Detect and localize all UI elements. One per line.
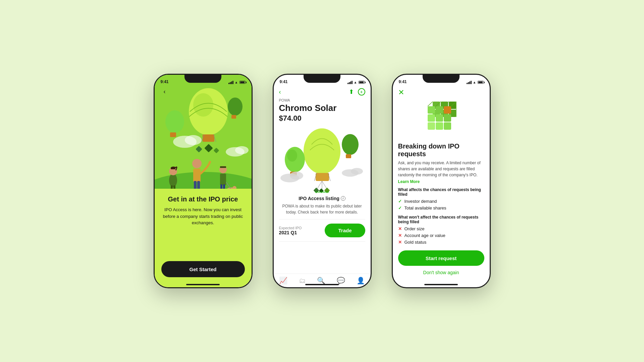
svg-line-50 (317, 181, 322, 190)
get-started-button[interactable]: Get Started (161, 261, 245, 277)
svg-point-3 (193, 93, 213, 117)
battery-icon-1 (239, 81, 246, 84)
battery-icon-3 (478, 81, 484, 84)
ipo-balloon-svg (278, 126, 366, 193)
breakdown-description: Ask, and you may receive. A limited numb… (398, 160, 484, 178)
learn-more-link[interactable]: Learn More (398, 179, 484, 184)
breakdown-title: Breaking down IPO requests (398, 142, 484, 158)
cube-illustration (398, 99, 484, 139)
svg-rect-69 (428, 122, 435, 130)
wifi-icon-3: ▲ (473, 80, 476, 84)
battery-icon-2 (359, 81, 365, 84)
x-icon-3: ✕ (398, 240, 402, 245)
ipo-illustration (274, 126, 371, 193)
wifi-icon-1: ▲ (235, 80, 238, 84)
svg-rect-68 (444, 114, 451, 122)
status-icons-1: ▲ (228, 80, 246, 84)
svg-line-72 (428, 102, 433, 106)
wont-affect-title: What won't affect the chances of request… (398, 215, 484, 224)
wont-affect-label-3: Gold status (405, 240, 427, 245)
ipo-description: POWA is about to make its public debut l… (274, 202, 371, 219)
notch-1 (184, 75, 221, 83)
back-button-1[interactable]: ‹ (160, 87, 169, 96)
svg-rect-22 (193, 169, 201, 182)
time-1: 9:41 (161, 79, 169, 84)
check-icon-2: ✓ (398, 205, 402, 210)
stock-price: $74.00 (274, 114, 371, 126)
ipo-listing-label: IPO Access listing i (274, 193, 371, 202)
share-icon[interactable]: ⬆ (349, 88, 354, 96)
svg-point-12 (185, 135, 202, 145)
phone1-title: Get in at the IPO price (161, 195, 245, 203)
wont-affect-label-1: Order size (405, 226, 425, 231)
home-indicator-3 (424, 284, 458, 285)
svg-point-49 (351, 168, 363, 175)
wont-affect-section: What won't affect the chances of request… (398, 215, 484, 246)
status-icons-3: ▲ (467, 80, 484, 84)
check-icon-1: ✓ (398, 199, 402, 204)
svg-point-7 (165, 110, 184, 133)
header-action-icons: ⬆ + (349, 88, 365, 96)
svg-rect-66 (428, 114, 435, 122)
svg-point-44 (342, 134, 359, 155)
x-icon-1: ✕ (398, 226, 402, 231)
wont-affect-item-1: ✕ Order size (398, 226, 484, 231)
svg-rect-25 (197, 181, 200, 189)
phone-2: 9:41 ▲ ‹ ⬆ + PO (273, 74, 372, 288)
divider-2 (279, 241, 365, 242)
signal-icon-2 (347, 81, 353, 84)
home-indicator-2 (305, 284, 339, 285)
phones-container: 9:41 ▲ ‹ (154, 74, 491, 288)
trade-button[interactable]: Trade (325, 224, 365, 237)
svg-point-9 (228, 98, 243, 116)
close-button[interactable]: ✕ (398, 88, 484, 97)
svg-rect-63 (428, 106, 435, 114)
svg-point-23 (192, 159, 202, 168)
svg-rect-4 (203, 134, 214, 142)
nav-portfolio-icon[interactable]: 🗂 (299, 277, 306, 285)
svg-rect-38 (316, 173, 329, 181)
stock-ticker: POWA (274, 98, 371, 102)
nav-chart-icon[interactable]: 📈 (279, 277, 287, 285)
x-icon-2: ✕ (398, 233, 402, 238)
home-indicator-1 (186, 284, 220, 285)
svg-rect-8 (170, 132, 176, 137)
start-request-button[interactable]: Start request (398, 250, 484, 266)
time-2: 9:41 (280, 79, 288, 84)
info-icon[interactable]: i (341, 196, 345, 201)
svg-point-18 (169, 174, 177, 187)
notch-3 (423, 75, 460, 83)
phone-1: 9:41 ▲ ‹ (154, 74, 253, 288)
wont-affect-item-3: ✕ Gold status (398, 240, 484, 245)
phone2-footer: Expected IPO 2021 Q1 Trade (274, 220, 371, 241)
nav-messages-icon[interactable]: 💬 (337, 277, 345, 285)
phone1-subtitle: IPO Access is here. Now you can invest b… (161, 206, 245, 226)
nav-profile-icon[interactable]: 👤 (357, 277, 365, 285)
svg-rect-26 (220, 174, 226, 185)
back-button-2[interactable]: ‹ (279, 88, 281, 96)
svg-rect-70 (436, 122, 443, 130)
svg-point-14 (235, 146, 249, 154)
affect-label-2: Total available shares (405, 205, 446, 210)
affect-item-2: ✓ Total available shares (398, 205, 484, 210)
svg-rect-24 (194, 181, 197, 189)
dont-show-button[interactable]: Don't show again (398, 268, 484, 277)
expected-ipo-block: Expected IPO 2021 Q1 (279, 226, 302, 235)
phone2-header: ‹ ⬆ + (274, 85, 371, 98)
cube-svg (421, 99, 461, 139)
wifi-icon-2: ▲ (354, 80, 357, 84)
time-3: 9:41 (399, 79, 407, 84)
nav-search-icon[interactable]: 🔍 (317, 277, 325, 285)
stock-name: Chromo Solar (274, 102, 371, 114)
expected-ipo-label: Expected IPO (279, 226, 302, 230)
add-icon[interactable]: + (358, 88, 365, 96)
wont-affect-label-2: Account age or value (405, 233, 445, 238)
svg-rect-45 (346, 154, 351, 158)
hero-illustration: ‹ (155, 75, 252, 199)
phone1-content-area: Get in at the IPO price IPO Access is he… (155, 189, 252, 287)
phone2-content-area: ‹ ⬆ + POWA Chromo Solar $74.00 (274, 85, 371, 287)
affects-title: What affects the chances of requests bei… (398, 187, 484, 197)
svg-rect-64 (436, 106, 443, 114)
wont-affect-item-2: ✕ Account age or value (398, 233, 484, 238)
svg-rect-71 (444, 122, 451, 130)
